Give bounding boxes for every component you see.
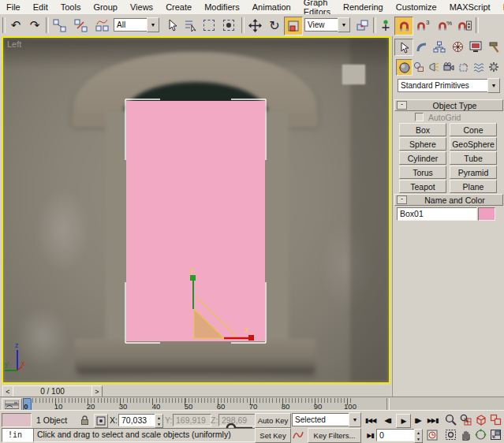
create-cameras-button[interactable] [441,59,456,74]
selection-lock-toggle-button[interactable] [79,414,91,426]
redo-button[interactable]: ↷ [26,17,43,34]
time-slider-handle[interactable]: 0 / 100 [13,385,92,397]
object-type-cylinder-button[interactable]: Cylinder [399,151,446,165]
viewport-label[interactable]: Left [7,39,21,49]
set-key-button[interactable]: Set Key [255,428,291,443]
key-filters-button[interactable]: Key Filters... [308,428,361,443]
time-slider-prev-button[interactable]: < [2,385,13,397]
select-and-scale-button[interactable] [284,17,303,35]
select-and-move-button[interactable] [246,17,263,34]
create-shapes-button[interactable] [411,59,426,74]
object-name-input[interactable]: Box01 [397,207,477,221]
create-geometry-button[interactable] [396,59,413,76]
tab-create[interactable] [394,39,413,56]
menu-create[interactable]: Create [159,2,198,13]
key-mode-toggle-button[interactable]: ▶▮ [364,429,377,441]
previous-frame-button[interactable]: ◀▮ [381,414,394,426]
create-lights-button[interactable] [426,59,441,74]
gizmo-y-handle[interactable] [190,275,196,281]
macro-recorder-field[interactable] [2,413,32,427]
bind-to-space-warp-button[interactable] [93,17,110,34]
object-type-sphere-button[interactable]: Sphere [399,137,446,151]
create-helpers-button[interactable] [456,59,471,74]
reference-coordinate-system-dropdown[interactable]: View ▼ [304,18,350,32]
menu-tools[interactable]: Tools [54,2,88,13]
menu-views[interactable]: Views [124,2,159,13]
absolute-offset-mode-button[interactable] [94,414,108,428]
percent-snap-toggle-button[interactable]: % [435,17,453,34]
object-type-box-button[interactable]: Box [399,123,446,136]
rectangular-selection-region-button[interactable] [200,17,218,34]
object-type-plane-button[interactable]: Plane [450,180,497,193]
object-type-pyramid-button[interactable]: Pyramid [450,166,497,179]
snaps-toggle-button[interactable] [394,17,413,35]
create-systems-button[interactable] [486,59,501,74]
menu-file[interactable]: File [0,2,27,13]
auto-key-button[interactable]: Auto Key [255,413,291,428]
object-type-tube-button[interactable]: Tube [450,151,497,165]
zoom-extents-button[interactable] [474,413,487,426]
object-type-cone-button[interactable]: Cone [450,123,497,136]
menu-modifiers[interactable]: Modifiers [198,2,246,13]
zoom-all-button[interactable] [459,413,472,426]
window-crossing-toggle-button[interactable] [220,17,237,34]
tab-motion[interactable] [449,39,466,54]
region-zoom-button[interactable] [444,428,457,441]
object-type-teapot-button[interactable]: Teapot [399,180,446,193]
gizmo-x-handle[interactable] [248,335,254,341]
menu-animation[interactable]: Animation [246,2,297,13]
tab-modify[interactable] [413,39,430,54]
time-configuration-button[interactable] [426,429,439,441]
menu-group[interactable]: Group [87,2,124,13]
undo-button[interactable]: ↶ [7,17,24,34]
arc-rotate-button[interactable] [474,428,487,441]
unlink-selection-button[interactable] [72,17,89,34]
viewport-left[interactable]: y x z y x Left [2,36,390,384]
primitive-category-dropdown[interactable]: Standard Primitives ▼ [398,79,500,92]
autogrid-checkbox[interactable] [415,113,424,121]
object-type-torus-button[interactable]: Torus [399,166,446,179]
select-by-name-button[interactable] [181,17,199,34]
use-pivot-point-center-button[interactable] [353,17,371,34]
min-max-toggle-button[interactable] [489,428,502,441]
key-filter-selection-dropdown[interactable]: Selected ▼ [292,413,361,426]
select-and-manipulate-button[interactable] [377,17,394,34]
object-color-swatch[interactable] [478,207,495,221]
pan-view-button[interactable] [459,428,472,441]
scale-gizmo[interactable]: y x [189,266,254,341]
menu-rendering[interactable]: Rendering [337,2,390,13]
tab-display[interactable] [467,39,484,54]
object-type-geosphere-button[interactable]: GeoSphere [450,137,497,151]
select-and-rotate-button[interactable]: ↻ [266,17,283,34]
time-slider-track[interactable]: < 0 / 100 > [2,385,390,396]
x-coordinate-input[interactable]: 70,033 [118,414,157,426]
spinner-snap-toggle-button[interactable] [456,17,473,34]
tab-utilities[interactable] [485,39,502,54]
current-frame-input[interactable]: 0 [376,429,416,441]
zoom-extents-all-button[interactable] [489,413,502,426]
select-object-button[interactable] [163,17,181,34]
scale-gizmo-plane[interactable] [194,309,224,338]
zoom-button[interactable] [444,413,457,426]
mini-listener-field[interactable]: !in [2,428,37,442]
angle-snap-toggle-button[interactable]: 3 [414,17,431,34]
x-coordinate-spinner[interactable]: ▲ ▼ [155,414,163,428]
tab-hierarchy[interactable] [431,39,448,54]
create-spacewarps-button[interactable] [471,59,486,74]
time-slider-next-button[interactable]: > [91,385,103,397]
y-coordinate-input[interactable]: 169,919 [173,414,211,426]
default-in-out-tangents-button[interactable] [292,428,304,441]
play-animation-button[interactable]: ▶ [396,414,411,428]
menu-help[interactable]: Help [497,2,504,13]
menu-edit[interactable]: Edit [27,2,54,13]
menu-customize[interactable]: Customize [390,2,443,13]
name-color-rollout-header[interactable]: - Name and Color [394,194,503,206]
go-to-end-button[interactable]: ▶▶▮ [426,414,439,426]
track-bar[interactable]: 0 10 20 30 40 50 60 70 80 90 100 [0,396,504,411]
selection-filter-dropdown[interactable]: All ▼ [114,18,159,32]
select-and-link-button[interactable] [50,17,68,34]
go-to-start-button[interactable]: ▮◀◀ [364,414,377,426]
frame-spinner[interactable]: ▲ ▼ [414,429,423,443]
menu-maxscript[interactable]: MAXScript [443,2,497,13]
next-frame-button[interactable]: ▮▶ [411,414,424,426]
